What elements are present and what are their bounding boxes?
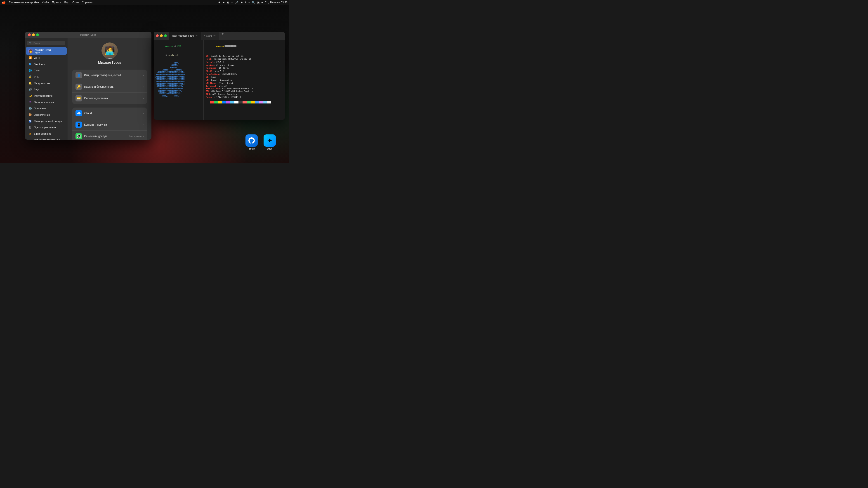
menubar-airdrop-icon[interactable]: ➤ xyxy=(222,1,225,4)
menubar-file[interactable]: Файл xyxy=(42,1,49,4)
sidebar-bluetooth-label: Bluetooth xyxy=(34,63,45,66)
menubar-app-name[interactable]: Системные настройки xyxy=(9,1,39,4)
menubar-help[interactable]: Справка xyxy=(82,1,92,4)
desktop-icon-github[interactable]: github xyxy=(246,134,258,150)
password-right: › xyxy=(143,86,144,88)
sysprefs-window: Михаил Гусев 🔍 🧑 Михаил Гусев Apple ID xyxy=(25,32,151,140)
password-icon: 🔑 xyxy=(75,84,82,90)
payment-right: › xyxy=(143,97,144,100)
sidebar-item-controlcenter[interactable]: 🎛 Пункт управления xyxy=(26,124,67,131)
terminal-tab-1[interactable]: .hub/Ryzentosh (-zsh) ⌘1 xyxy=(169,32,202,40)
swatch-10 xyxy=(247,101,251,103)
avion-icon-img: ✈ xyxy=(264,134,276,147)
terminal-info-memory: Memory: 12441MiB / 16384MiB xyxy=(206,96,283,98)
item-content-purchases[interactable]: 📱 Контент и покупки › xyxy=(72,119,147,131)
sidebar-item-vpn[interactable]: 🔒 VPN xyxy=(26,74,67,80)
maximize-button[interactable] xyxy=(36,33,39,36)
terminal-maximize-button[interactable] xyxy=(164,34,167,37)
sidebar-focus-label: Фокусирование xyxy=(34,94,53,97)
menubar-edit[interactable]: Правка xyxy=(52,1,61,4)
sidebar-item-user[interactable]: 🧑 Михаил Гусев Apple ID xyxy=(26,47,67,55)
apple-menu[interactable]: 🍎 xyxy=(2,1,6,4)
sidebar-general-label: Основные xyxy=(34,107,46,110)
icloud-label: iCloud xyxy=(84,111,143,115)
terminal-tab-2-label: ~ (-zsh) xyxy=(204,35,212,37)
bluetooth-icon: 🔷 xyxy=(28,62,32,66)
menubar-wifi-icon[interactable]: ≈ xyxy=(248,1,250,4)
sidebar-item-appearance[interactable]: 🎨 Оформление xyxy=(26,111,67,118)
sidebar-privacy-label: Конфиденциальность и безопасность xyxy=(34,138,64,140)
content-label: Контент и покупки xyxy=(84,123,143,126)
icloud-icon: ☁️ xyxy=(75,110,82,116)
swatch-15 xyxy=(267,101,271,103)
sysprefs-main-content: 🧑‍💻 правка Михаил Гусев 👤 Имя, номер тел… xyxy=(68,38,151,140)
item-icloud[interactable]: ☁️ iCloud › xyxy=(72,107,147,119)
terminal-tab-2-shortcut: ⌘2 xyxy=(213,35,216,37)
terminal-info-cpu: CPU: AMD Ryzen 5 5600G with Radeon Graph… xyxy=(206,90,283,93)
menubar-view[interactable]: Вид xyxy=(64,1,69,4)
sidebar-item-screentime[interactable]: ⏱ Экранное время xyxy=(26,99,67,105)
sidebar-item-wifi[interactable]: 📶 Wi-Fi xyxy=(26,55,67,61)
terminal-prompt: magicx xyxy=(165,45,173,47)
swatch-4 xyxy=(222,101,226,103)
sidebar-user-info: Михаил Гусев Apple ID xyxy=(35,48,52,54)
terminal-userhost-line: magicx██████████ xyxy=(206,41,283,51)
menubar-search-icon[interactable]: 🔍 xyxy=(252,1,255,4)
menubar-window[interactable]: Окно xyxy=(72,1,79,4)
sidebar-username: Михаил Гусев xyxy=(35,48,52,51)
focus-icon: 🌙 xyxy=(28,94,32,98)
chevron-icon-4: › xyxy=(143,112,144,115)
search-icon: 🔍 xyxy=(29,41,32,44)
sidebar-item-sound[interactable]: 🔊 Звук xyxy=(26,86,67,93)
terminal-close-button[interactable] xyxy=(156,34,159,37)
sidebar-user-appleid: Apple ID xyxy=(35,51,52,54)
content-right: › xyxy=(143,123,144,126)
sidebar-item-focus[interactable]: 🌙 Фокусирование xyxy=(26,93,67,99)
sidebar-item-accessibility[interactable]: ♿ Универсальный доступ xyxy=(26,118,67,124)
terminal-info-shell: Shell: zsh 5.9 xyxy=(206,70,283,72)
terminal-tabs: .hub/Ryzentosh (-zsh) ⌘1 ~ (-zsh) ⌘2 + xyxy=(169,32,285,40)
chevron-icon-6: › xyxy=(143,135,144,138)
menubar-photo-icon[interactable]: ▣ xyxy=(226,1,229,4)
terminal-info-uptime: Uptime: 2 hours, 1 min xyxy=(206,64,283,66)
menubar-display-icon[interactable]: ▭ xyxy=(231,1,233,4)
menubar-mic-icon[interactable]: 🎤 xyxy=(235,1,239,4)
terminal-body: magicx @ 192 ~ $ neofetch 'c. ,xNMM. .OM… xyxy=(154,40,285,120)
accessibility-icon: ♿ xyxy=(28,119,32,123)
sidebar-item-network[interactable]: 🌐 Сеть xyxy=(26,67,67,74)
terminal-tab-2[interactable]: ~ (-zsh) ⌘2 xyxy=(202,32,219,40)
sidebar-item-general[interactable]: ⚙️ Основные xyxy=(26,105,67,111)
sidebar-item-notifications[interactable]: 🔔 Уведомления xyxy=(26,80,67,86)
item-name-phone[interactable]: 👤 Имя, номер телефона, e-mail › xyxy=(72,70,147,81)
search-input[interactable] xyxy=(33,42,64,44)
close-button[interactable] xyxy=(28,33,31,36)
menubar-controlcenter-icon[interactable]: ▣ xyxy=(257,1,259,4)
search-bar[interactable]: 🔍 xyxy=(27,41,65,45)
content-icon: 📱 xyxy=(75,122,82,128)
sidebar-item-bluetooth[interactable]: 🔷 Bluetooth xyxy=(26,61,67,67)
terminal-hostname-redacted: ██████████ xyxy=(224,45,237,47)
network-icon: 🌐 xyxy=(28,68,32,72)
item-password[interactable]: 🔑 Пароль и безопасность › xyxy=(72,81,147,93)
terminal-neofetch-art: 'c. ,xNMM. .OMMMMo OMMMM0, .;loddo:' loo… xyxy=(155,60,202,97)
menubar-brightness-icon[interactable]: ☀ xyxy=(218,1,221,4)
item-payment[interactable]: 💳 Оплата и доставка › xyxy=(72,93,147,104)
swatch-3 xyxy=(218,101,222,103)
sidebar-item-privacy[interactable]: 🛡 Конфиденциальность и безопасность xyxy=(26,137,67,140)
desktop-icon-avion[interactable]: ✈ avion xyxy=(264,134,276,150)
family-icon: 👨‍👩‍👧 xyxy=(75,133,82,139)
menubar-record-icon[interactable]: ⏺ xyxy=(240,1,243,4)
menubar-input-icon[interactable]: A xyxy=(245,1,247,4)
item-family[interactable]: 👨‍👩‍👧 Семейный доступ Настроить › xyxy=(72,131,147,140)
sidebar-item-siri[interactable]: ◉ Siri и Spotlight xyxy=(26,131,67,137)
terminal-info-host: Host: Hackintosh (SMBIOS: iMac20,1) xyxy=(206,57,283,60)
terminal-minimize-button[interactable] xyxy=(160,34,163,37)
chevron-icon-2: › xyxy=(143,86,144,88)
menubar-notification-icon[interactable]: ● xyxy=(261,1,263,4)
github-label: github xyxy=(248,148,254,150)
avatar-edit-label[interactable]: правка xyxy=(106,57,113,59)
minimize-button[interactable] xyxy=(32,33,35,36)
section-services: ☁️ iCloud › 📱 Контент и покупки › 👨‍👩‍👧 … xyxy=(72,107,147,140)
sysprefs-titlebar: Михаил Гусев xyxy=(25,32,151,38)
terminal-add-tab-button[interactable]: + xyxy=(219,32,226,40)
